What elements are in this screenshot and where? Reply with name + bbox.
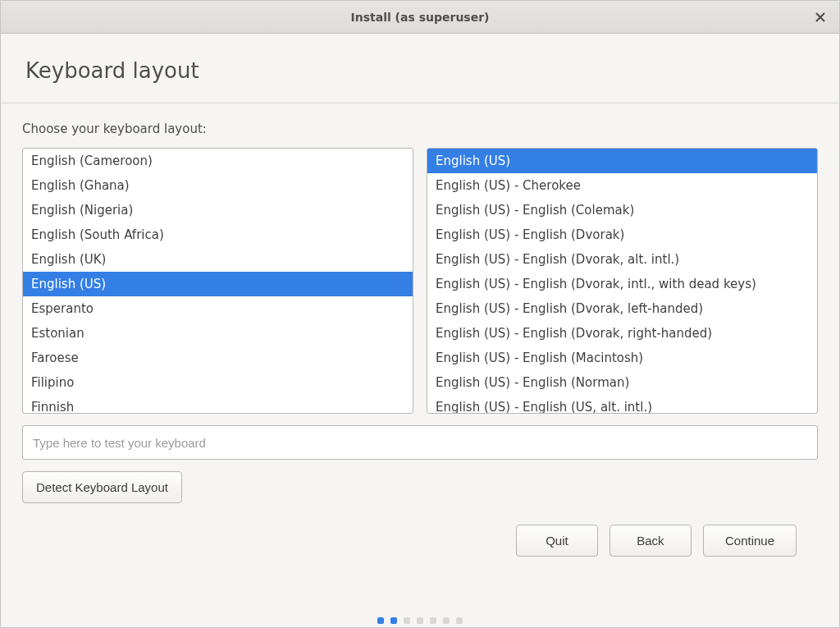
- variant-list-item[interactable]: English (US) - English (Dvorak): [427, 222, 817, 247]
- choose-label: Choose your keyboard layout:: [22, 121, 818, 136]
- layout-list-item[interactable]: Estonian: [23, 321, 413, 346]
- window-title: Install (as superuser): [351, 11, 490, 24]
- form-area: Choose your keyboard layout: English (Ca…: [1, 103, 839, 557]
- keyboard-test-input[interactable]: [22, 425, 818, 460]
- progress-dot: [456, 617, 463, 624]
- variant-list-item[interactable]: English (US) - English (Norman): [427, 370, 817, 395]
- detect-keyboard-button[interactable]: Detect Keyboard Layout: [22, 471, 182, 503]
- keyboard-layout-listbox[interactable]: English (Cameroon)English (Ghana)English…: [22, 148, 413, 414]
- layout-list-item[interactable]: Esperanto: [23, 296, 413, 321]
- variant-list-item[interactable]: English (US): [427, 149, 817, 173]
- layout-list-item[interactable]: Finnish: [23, 395, 413, 414]
- keyboard-variant-listbox[interactable]: English (US)English (US) - CherokeeEngli…: [427, 148, 818, 414]
- progress-indicator: [377, 617, 463, 624]
- detect-row: Detect Keyboard Layout: [22, 471, 818, 503]
- close-icon[interactable]: [813, 10, 828, 25]
- layout-list-item[interactable]: English (UK): [23, 247, 413, 272]
- content-area: Keyboard layout Choose your keyboard lay…: [1, 34, 839, 557]
- progress-dot: [390, 617, 397, 624]
- variant-list-item[interactable]: English (US) - English (Colemak): [427, 198, 817, 222]
- layout-list-item[interactable]: Faroese: [23, 346, 413, 370]
- progress-dot: [443, 617, 450, 624]
- progress-dot: [404, 617, 410, 624]
- continue-button[interactable]: Continue: [703, 525, 797, 557]
- quit-button[interactable]: Quit: [516, 525, 598, 557]
- variant-list-item[interactable]: English (US) - English (Dvorak, alt. int…: [427, 247, 817, 272]
- variant-list-item[interactable]: English (US) - Cherokee: [427, 173, 817, 198]
- layout-list-item[interactable]: English (US): [23, 272, 413, 296]
- layout-list-item[interactable]: Filipino: [23, 370, 413, 395]
- variant-list-item[interactable]: English (US) - English (Dvorak, intl., w…: [427, 272, 817, 296]
- layout-list-item[interactable]: English (Nigeria): [23, 198, 413, 222]
- layout-list-item[interactable]: English (Ghana): [23, 173, 413, 198]
- page-title: Keyboard layout: [1, 34, 839, 103]
- lists-row: English (Cameroon)English (Ghana)English…: [22, 148, 818, 414]
- variant-list-item[interactable]: English (US) - English (Macintosh): [427, 346, 817, 370]
- progress-dot: [417, 617, 423, 624]
- variant-list-item[interactable]: English (US) - English (Dvorak, left-han…: [427, 296, 817, 321]
- layout-list-item[interactable]: English (Cameroon): [23, 149, 413, 173]
- back-button[interactable]: Back: [609, 525, 692, 557]
- progress-dot: [430, 617, 436, 624]
- variant-list-item[interactable]: English (US) - English (US, alt. intl.): [427, 395, 817, 414]
- variant-list-item[interactable]: English (US) - English (Dvorak, right-ha…: [427, 321, 817, 346]
- layout-list-item[interactable]: English (South Africa): [23, 222, 413, 247]
- titlebar: Install (as superuser): [1, 1, 839, 34]
- installer-window: Install (as superuser) Keyboard layout C…: [0, 0, 840, 628]
- progress-dot: [377, 617, 384, 624]
- footer-row: Quit Back Continue: [22, 525, 818, 557]
